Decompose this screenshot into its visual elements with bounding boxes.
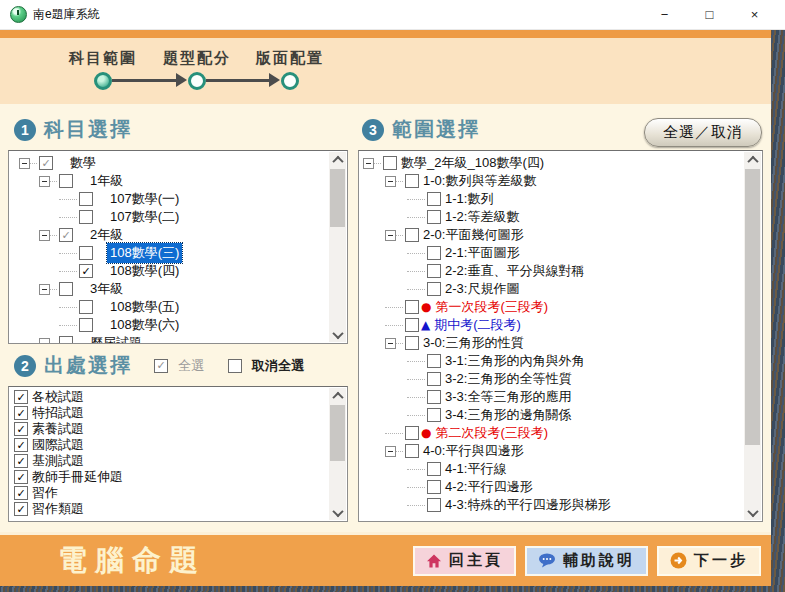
- scrollbar-thumb[interactable]: [330, 405, 345, 461]
- source-list-item[interactable]: 教師手冊延伸題: [9, 469, 347, 485]
- item-checkbox[interactable]: [405, 444, 419, 458]
- item-checkbox[interactable]: [14, 390, 28, 404]
- tree-item[interactable]: 3-4:三角形的邊角關係: [359, 406, 762, 424]
- tree-item[interactable]: ●第一次段考(三段考): [359, 298, 762, 316]
- tree-item[interactable]: 107數學(二): [9, 208, 347, 226]
- source-list-item[interactable]: 素養試題: [9, 421, 347, 437]
- tree-item[interactable]: 4-2:平行四邊形: [359, 478, 762, 496]
- item-checkbox[interactable]: [79, 246, 93, 260]
- item-checkbox[interactable]: [79, 264, 93, 278]
- collapse-toggle-icon[interactable]: [39, 176, 50, 187]
- scroll-down-button[interactable]: [329, 327, 346, 342]
- tree-item[interactable]: ●第二次段考(三段考): [359, 424, 762, 442]
- help-button[interactable]: 輔助說明: [525, 546, 648, 576]
- item-checkbox[interactable]: [427, 192, 441, 206]
- item-checkbox[interactable]: [427, 390, 441, 404]
- item-checkbox[interactable]: [405, 174, 419, 188]
- collapse-toggle-icon[interactable]: [385, 446, 396, 457]
- item-checkbox[interactable]: [405, 300, 419, 314]
- tree-item[interactable]: 4-1:平行線: [359, 460, 762, 478]
- tree-item[interactable]: 3-3:全等三角形的應用: [359, 388, 762, 406]
- item-checkbox[interactable]: [59, 282, 73, 296]
- tree-item[interactable]: 4-3:特殊的平行四邊形與梯形: [359, 496, 762, 514]
- item-checkbox[interactable]: [405, 426, 419, 440]
- step-circle-3[interactable]: [281, 72, 299, 90]
- item-checkbox[interactable]: [14, 486, 28, 500]
- item-checkbox[interactable]: [14, 406, 28, 420]
- item-checkbox[interactable]: [427, 210, 441, 224]
- item-checkbox[interactable]: [14, 502, 28, 516]
- source-list-item[interactable]: 基測試題: [9, 453, 347, 469]
- source-list-item[interactable]: 習作: [9, 485, 347, 501]
- scroll-up-button[interactable]: [744, 152, 761, 167]
- tree-item[interactable]: 3-1:三角形的內角與外角: [359, 352, 762, 370]
- close-button[interactable]: ×: [732, 0, 777, 30]
- tree-item[interactable]: 歷屆試題: [9, 334, 347, 344]
- source-list-scrollbar[interactable]: [329, 388, 346, 520]
- scroll-down-button[interactable]: [329, 505, 346, 520]
- tree-item[interactable]: 數學: [9, 154, 347, 172]
- item-checkbox[interactable]: [427, 408, 441, 422]
- collapse-toggle-icon[interactable]: [385, 230, 396, 241]
- maximize-button[interactable]: □: [687, 0, 732, 30]
- tree-item[interactable]: ▲期中考(二段考): [359, 316, 762, 334]
- item-checkbox[interactable]: [79, 192, 93, 206]
- item-checkbox[interactable]: [14, 454, 28, 468]
- range-tree-scrollbar[interactable]: [744, 152, 761, 520]
- tree-item[interactable]: 108數學(三): [9, 244, 347, 262]
- next-step-button[interactable]: 下一步: [657, 546, 761, 576]
- item-checkbox[interactable]: [79, 300, 93, 314]
- item-checkbox[interactable]: [59, 174, 73, 188]
- tree-item[interactable]: 1-1:數列: [359, 190, 762, 208]
- item-checkbox[interactable]: [383, 156, 397, 170]
- item-checkbox[interactable]: [405, 228, 419, 242]
- item-checkbox[interactable]: [59, 336, 73, 344]
- tree-item[interactable]: 3-2:三角形的全等性質: [359, 370, 762, 388]
- item-checkbox[interactable]: [427, 354, 441, 368]
- item-checkbox[interactable]: [14, 470, 28, 484]
- item-checkbox[interactable]: [427, 264, 441, 278]
- tree-item[interactable]: 2-0:平面幾何圖形: [359, 226, 762, 244]
- item-checkbox[interactable]: [427, 246, 441, 260]
- tree-item[interactable]: 108數學(四): [9, 262, 347, 280]
- tree-item[interactable]: 3-0:三角形的性質: [359, 334, 762, 352]
- source-list-item[interactable]: 國際試題: [9, 437, 347, 453]
- item-checkbox[interactable]: [405, 336, 419, 350]
- step-circle-1[interactable]: [94, 72, 112, 90]
- tree-item[interactable]: 3年級: [9, 280, 347, 298]
- minimize-button[interactable]: −: [642, 0, 687, 30]
- collapse-toggle-icon[interactable]: [385, 338, 396, 349]
- item-checkbox[interactable]: [427, 282, 441, 296]
- subject-tree-scrollbar[interactable]: [329, 152, 346, 342]
- source-list-item[interactable]: 習作類題: [9, 501, 347, 517]
- collapse-toggle-icon[interactable]: [19, 158, 30, 169]
- tree-item[interactable]: 108數學(五): [9, 298, 347, 316]
- deselect-all-checkbox[interactable]: [228, 359, 242, 373]
- item-checkbox[interactable]: [427, 372, 441, 386]
- tree-item[interactable]: 1年級: [9, 172, 347, 190]
- home-button[interactable]: 回主頁: [413, 546, 516, 576]
- item-checkbox[interactable]: [59, 228, 73, 242]
- item-checkbox[interactable]: [405, 318, 419, 332]
- item-checkbox[interactable]: [79, 210, 93, 224]
- tree-item[interactable]: 數學_2年級_108數學(四): [359, 154, 762, 172]
- scroll-up-button[interactable]: [329, 388, 346, 403]
- scroll-down-button[interactable]: [744, 505, 761, 520]
- item-checkbox[interactable]: [427, 498, 441, 512]
- select-all-checkbox[interactable]: [154, 359, 168, 373]
- collapse-toggle-icon[interactable]: [363, 158, 374, 169]
- tree-item[interactable]: 2-1:平面圖形: [359, 244, 762, 262]
- item-checkbox[interactable]: [79, 318, 93, 332]
- source-list-item[interactable]: 特招試題: [9, 405, 347, 421]
- item-checkbox[interactable]: [39, 156, 53, 170]
- scrollbar-thumb[interactable]: [745, 169, 760, 445]
- step-circle-2[interactable]: [188, 72, 206, 90]
- item-checkbox[interactable]: [427, 462, 441, 476]
- item-checkbox[interactable]: [14, 422, 28, 436]
- tree-item[interactable]: 1-2:等差級數: [359, 208, 762, 226]
- source-list-item[interactable]: 各校試題: [9, 389, 347, 405]
- tree-item[interactable]: 2年級: [9, 226, 347, 244]
- collapse-toggle-icon[interactable]: [385, 176, 396, 187]
- scroll-up-button[interactable]: [329, 152, 346, 167]
- collapse-toggle-icon[interactable]: [39, 230, 50, 241]
